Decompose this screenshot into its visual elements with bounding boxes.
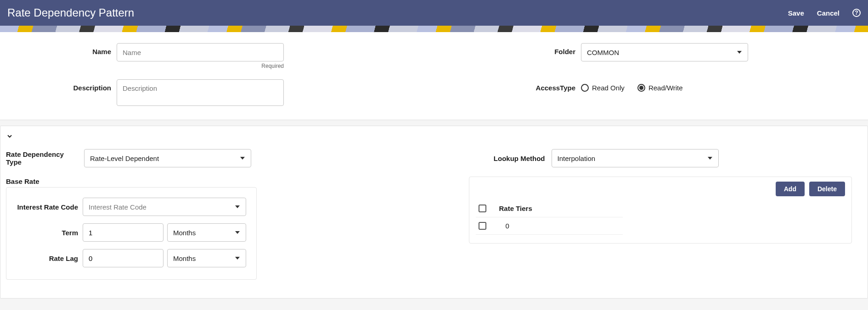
- term-label: Term: [11, 229, 83, 237]
- header-actions: Save Cancel ?: [788, 9, 861, 17]
- name-label: Name: [11, 43, 117, 55]
- dependency-details-panel: Rate Dependency Type Rate-Level Dependen…: [0, 126, 868, 299]
- folder-select[interactable]: COMMON: [581, 43, 748, 61]
- rate-dependency-type-select[interactable]: Rate-Level Dependent: [84, 149, 251, 167]
- accesstype-readonly-radio[interactable]: Read Only: [581, 84, 625, 92]
- help-icon[interactable]: ?: [852, 9, 861, 17]
- description-input[interactable]: [117, 79, 284, 106]
- page-header: Rate Dependency Pattern Save Cancel ?: [0, 0, 868, 26]
- rate-lag-label: Rate Lag: [11, 255, 83, 262]
- rate-lag-input[interactable]: [83, 249, 163, 267]
- term-input[interactable]: [83, 223, 163, 242]
- collapse-toggle[interactable]: [0, 133, 868, 145]
- lookup-method-select[interactable]: Interpolation: [552, 149, 719, 167]
- rate-tier-value: 0: [499, 222, 509, 230]
- lookup-method-label: Lookup Method: [492, 155, 552, 162]
- accesstype-radio-group: Read Only Read/Write: [581, 79, 683, 92]
- accesstype-label: AccessType: [526, 79, 581, 92]
- term-unit-select[interactable]: Months: [167, 223, 246, 242]
- accesstype-readonly-label: Read Only: [592, 84, 625, 92]
- chevron-down-icon: [6, 133, 13, 142]
- cancel-button[interactable]: Cancel: [817, 9, 840, 17]
- name-required-hint: Required: [117, 63, 284, 69]
- base-rate-fieldset: Interest Rate Code Interest Rate Code Te…: [6, 187, 257, 280]
- rate-dependency-type-label: Rate Dependency Type: [6, 150, 84, 166]
- delete-tier-button[interactable]: Delete: [809, 182, 845, 196]
- accesstype-readwrite-radio[interactable]: Read/Write: [637, 84, 683, 92]
- description-label: Description: [11, 79, 117, 92]
- interest-rate-code-select[interactable]: Interest Rate Code: [83, 198, 246, 216]
- save-button[interactable]: Save: [788, 9, 804, 17]
- rate-lag-unit-select[interactable]: Months: [167, 249, 246, 267]
- top-form-panel: Name Required Folder COMMON Description …: [0, 32, 868, 120]
- interest-rate-code-label: Interest Rate Code: [11, 203, 83, 211]
- rate-tiers-panel: Add Delete Rate Tiers 0: [469, 177, 852, 244]
- accesstype-readwrite-label: Read/Write: [648, 84, 683, 92]
- row-checkbox[interactable]: [479, 222, 486, 230]
- add-tier-button[interactable]: Add: [776, 182, 805, 196]
- base-rate-section-label: Base Rate: [0, 173, 469, 187]
- page-title: Rate Dependency Pattern: [7, 6, 134, 19]
- folder-label: Folder: [526, 43, 581, 55]
- decorative-banner: [0, 26, 868, 32]
- rate-tiers-header-row: Rate Tiers: [476, 200, 623, 217]
- name-input[interactable]: [117, 43, 284, 61]
- rate-tiers-column-header: Rate Tiers: [499, 205, 532, 212]
- table-row: 0: [476, 217, 623, 235]
- select-all-checkbox[interactable]: [479, 205, 486, 212]
- radio-icon-selected: [637, 84, 645, 92]
- radio-icon: [581, 84, 589, 92]
